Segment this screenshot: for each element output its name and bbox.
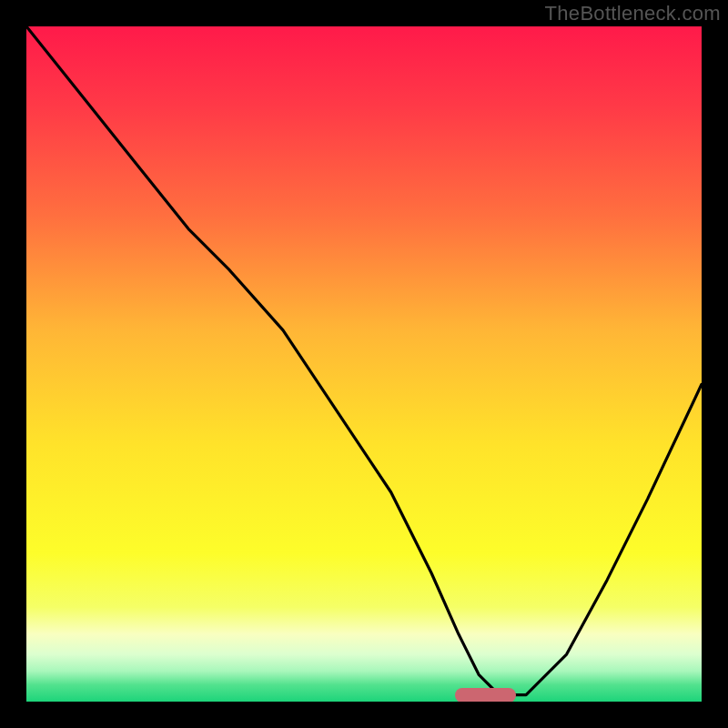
watermark-text: TheBottleneck.com xyxy=(545,2,721,25)
bottleneck-curve xyxy=(26,26,702,702)
optimal-range-marker xyxy=(455,688,516,702)
plot-area-border xyxy=(23,23,705,705)
chart-frame: TheBottleneck.com xyxy=(0,0,728,728)
plot-area xyxy=(26,26,702,702)
